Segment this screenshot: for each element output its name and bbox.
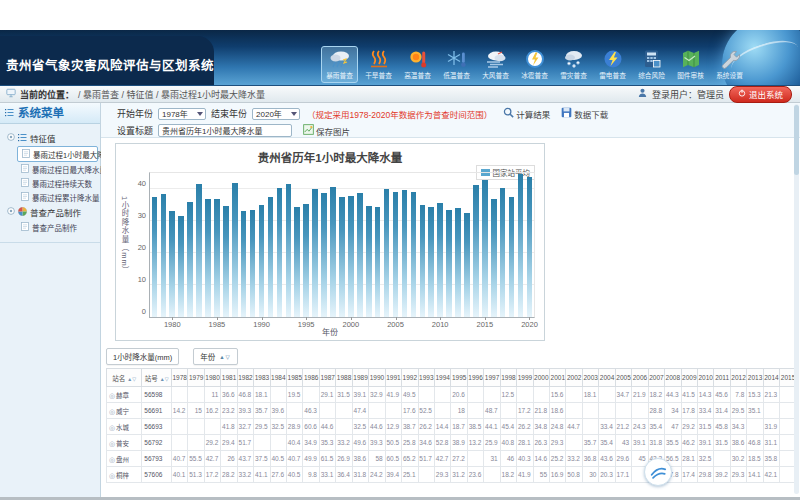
value-cell: 27.6 (270, 467, 286, 483)
col-header-year-2013[interactable]: 2013 (747, 369, 763, 387)
nav-item-low-temp[interactable]: 低温普查 (438, 46, 475, 83)
col-header-year-2004[interactable]: 2004 (599, 369, 615, 387)
col-header-year-2012[interactable]: 2012 (730, 369, 746, 387)
col-header-year-1992[interactable]: 1992 (402, 369, 418, 387)
save-image-button[interactable]: 保存图片 (303, 124, 350, 137)
expand-icon[interactable]: ◎ (109, 424, 115, 431)
col-header-year-1994[interactable]: 1994 (434, 369, 450, 387)
col-header-year-1986[interactable]: 1986 (303, 369, 319, 387)
sidebar-section-1[interactable]: 普查产品制作 (0, 204, 100, 220)
col-header-year-2011[interactable]: 2011 (714, 369, 730, 387)
nav-item-composite-risk[interactable]: 综合风险 (633, 46, 670, 83)
col-header-year-1982[interactable]: 1982 (237, 369, 253, 387)
nav-item-snow[interactable]: 雪灾普查 (555, 46, 592, 83)
col-header-year-2000[interactable]: 2000 (533, 369, 549, 387)
col-header-year-2003[interactable]: 2003 (582, 369, 598, 387)
sidebar-section-0[interactable]: 特征值 (0, 130, 100, 146)
col-header-year-1978[interactable]: 1978 (171, 369, 187, 387)
col-header-year-2014[interactable]: 2014 (763, 369, 779, 387)
calc-result-button[interactable]: 计算结果 (503, 107, 550, 120)
station-name-cell[interactable]: ◎水城 (107, 419, 142, 435)
data-download-button[interactable]: 数据下载 (561, 107, 608, 120)
stations-table: 站名▲▽站号▲▽19781979198019811982198319841985… (106, 368, 797, 483)
nav-item-lightning[interactable]: 雷电普查 (594, 46, 631, 83)
nav-item-high-temp[interactable]: 高温普查 (399, 46, 436, 83)
expand-icon[interactable]: ◎ (109, 408, 115, 415)
sidebar-item[interactable]: 普查产品制作 (0, 220, 100, 234)
station-name-cell[interactable]: ◎赫章 (107, 387, 142, 403)
sidebar-item[interactable]: 暴雨过程持续天数 (0, 176, 100, 190)
col-header-year-1999[interactable]: 1999 (517, 369, 533, 387)
col-header-year-2005[interactable]: 2005 (615, 369, 631, 387)
col-header-year-1980[interactable]: 1980 (204, 369, 220, 387)
col-header-year-1993[interactable]: 1993 (418, 369, 434, 387)
value-cell: 40.5 (270, 451, 286, 467)
col-header-year-1995[interactable]: 1995 (451, 369, 467, 387)
value-cell: 52.5 (418, 403, 434, 419)
expand-icon[interactable]: ◎ (109, 440, 115, 447)
station-name-cell[interactable]: ◎桐梓 (107, 467, 142, 483)
floating-action-button[interactable] (644, 458, 672, 486)
nav-item-map-review[interactable]: 图件审核 (672, 46, 709, 83)
col-header-year-2001[interactable]: 2001 (550, 369, 566, 387)
bar-2014 (473, 185, 479, 317)
nav-item-rainstorm[interactable]: 暴雨普查 (321, 46, 358, 83)
value-cell: 12.9 (385, 419, 401, 435)
nav-item-wind[interactable]: 大风普查 (477, 46, 514, 83)
end-year-select[interactable]: 2020年 (252, 108, 300, 120)
col-header-year-1989[interactable]: 1989 (352, 369, 368, 387)
col-header-year-1979[interactable]: 1979 (188, 369, 204, 387)
col-header-year-1984[interactable]: 1984 (270, 369, 286, 387)
bar-1978 (152, 197, 158, 317)
col-header-year-1996[interactable]: 1996 (467, 369, 483, 387)
col-header-year-2010[interactable]: 2010 (697, 369, 713, 387)
bar-1995 (303, 204, 309, 317)
col-header-year-1981[interactable]: 1981 (221, 369, 237, 387)
nav-item-hail[interactable]: 冰雹普查 (516, 46, 553, 83)
expand-icon[interactable]: ◎ (109, 456, 115, 463)
col-header-station-id[interactable]: 站号▲▽ (142, 369, 172, 387)
col-header-year-1988[interactable]: 1988 (336, 369, 352, 387)
col-header-year-1985[interactable]: 1985 (287, 369, 303, 387)
value-field-chip[interactable]: 1小时降水量(mm) (106, 348, 179, 365)
sidebar-item[interactable]: 暴雨过程1小时最大降水量 (17, 146, 98, 162)
scrollbar-thumb[interactable] (794, 105, 799, 175)
main-panel: 开始年份 1978年 结束年份 2020年 （规定采用1978-2020年数据作… (101, 103, 800, 497)
vertical-scrollbar[interactable] (794, 104, 799, 494)
value-cell: 25.8 (402, 435, 418, 451)
sidebar-item[interactable]: 暴雨过程累计降水量 (0, 190, 100, 204)
power-icon (738, 89, 746, 99)
station-name-cell[interactable]: ◎威宁 (107, 403, 142, 419)
chart-title-input[interactable] (158, 124, 292, 137)
value-cell: 39.3 (237, 403, 253, 419)
col-header-year-2008[interactable]: 2008 (665, 369, 681, 387)
col-header-station-name[interactable]: 站名▲▽ (107, 369, 142, 387)
station-name-cell[interactable]: ◎盘州 (107, 451, 142, 467)
nav-item-settings[interactable]: 系统设置 (711, 46, 748, 83)
start-year-select[interactable]: 1978年 (158, 108, 206, 120)
col-header-year-1997[interactable]: 1997 (484, 369, 500, 387)
station-name-cell[interactable]: ◎普安 (107, 435, 142, 451)
expand-icon[interactable]: ◎ (109, 472, 115, 479)
nav-item-drought[interactable]: 干旱普查 (360, 46, 397, 83)
logout-button[interactable]: 退出系统 (729, 86, 792, 103)
col-header-year-1991[interactable]: 1991 (385, 369, 401, 387)
col-header-year-1990[interactable]: 1990 (369, 369, 385, 387)
sidebar-item[interactable]: 暴雨过程日最大降水量 (0, 162, 100, 176)
col-header-year-2002[interactable]: 2002 (566, 369, 582, 387)
value-cell: 51.7 (418, 451, 434, 467)
col-header-year-1987[interactable]: 1987 (319, 369, 335, 387)
breadcrumb[interactable]: / 暴雨普查 / 特征值 / 暴雨过程1小时最大降水量 (78, 88, 265, 101)
value-cell: 36.8 (582, 451, 598, 467)
col-header-year-2009[interactable]: 2009 (681, 369, 697, 387)
value-cell (188, 387, 204, 403)
col-header-year-2007[interactable]: 2007 (648, 369, 664, 387)
col-header-year-1998[interactable]: 1998 (500, 369, 516, 387)
column-field-chip[interactable]: 年份 ▲▽ (193, 348, 238, 365)
col-header-year-2006[interactable]: 2006 (632, 369, 648, 387)
expand-icon[interactable]: ◎ (109, 392, 115, 399)
value-cell: 29.8 (697, 467, 713, 483)
value-cell: 38.5 (467, 419, 483, 435)
bar-1993 (286, 184, 292, 317)
col-header-year-1983[interactable]: 1983 (254, 369, 270, 387)
